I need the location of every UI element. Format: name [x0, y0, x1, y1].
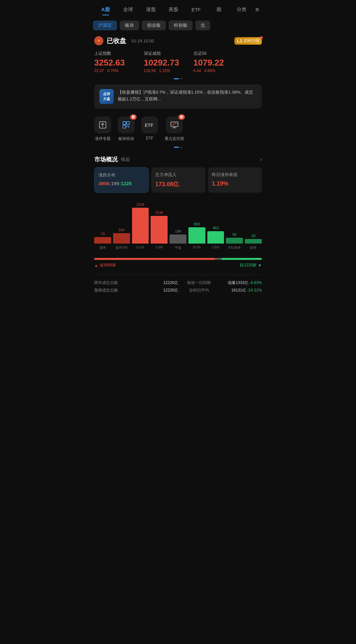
collapse-button[interactable]: 收起	[121, 157, 130, 162]
ratio-green: 1225	[121, 181, 131, 186]
index-name-shenzhen: 深证成指	[144, 51, 183, 56]
bar-chart: 74 244 2104 1534 199 693 453 50	[89, 198, 267, 255]
filter-tab-sci-tech[interactable]: 科创板	[169, 21, 193, 30]
ratio-flat: 199	[111, 181, 119, 186]
up-count-label: 涨3956家	[99, 262, 116, 268]
chart-bars: 74 244 2104 1534 199 693 453 50	[94, 198, 262, 244]
feature-row: 涨停专题 新 板块轮动 ETF ETF	[94, 116, 262, 142]
news-icon-top: 点评	[103, 92, 110, 97]
nav-item-category[interactable]: 分类	[230, 5, 253, 15]
progress-labels: ▲ 涨3956家 跌1225家 ▼	[94, 262, 262, 268]
feature-icon-zt	[94, 116, 111, 133]
feature-bk[interactable]: 新 板块轮动	[118, 116, 135, 142]
stat-value-predict: 12220亿	[136, 288, 178, 293]
bar-group-15: 453	[207, 226, 224, 244]
index-value-shanghai: 3252.63	[94, 58, 133, 68]
bar-zt5	[113, 233, 130, 244]
card-distribution[interactable]: 涨跌分布 3956:199:1225	[94, 167, 149, 193]
bar-label-val-15: 453	[213, 226, 218, 230]
section-header-market: 市场概况 收起 ›	[89, 150, 267, 167]
bar-label-val-zt: 74	[101, 232, 105, 236]
svg-rect-3	[123, 125, 126, 128]
bar-label-val-flat: 199	[175, 229, 181, 233]
index-change-bj50: 6.44 0.60%	[193, 68, 232, 73]
nav-item-us[interactable]: 美股	[162, 5, 185, 15]
index-change-shanghai: 22.47 0.70%	[94, 68, 133, 73]
progress-section: ▲ 涨3956家 跌1225家 ▼	[89, 255, 267, 272]
svg-rect-2	[126, 122, 129, 125]
nav-item-etf[interactable]: ETF	[185, 5, 207, 14]
feature-monitor[interactable]: 新 重点监控股	[165, 116, 184, 142]
index-card-bj50[interactable]: 北证50 1079.22 6.44 0.60%	[193, 51, 232, 73]
market-icon: 🔸	[94, 36, 103, 45]
axis-label-01: 0-1%	[188, 246, 205, 250]
card-title-mainflow: 主力净流入	[155, 172, 201, 178]
bar-flat	[170, 234, 186, 244]
filter-tab-north[interactable]: 北	[195, 21, 210, 30]
bar-01	[188, 227, 205, 244]
index-card-shanghai[interactable]: 上证指数 3252.63 22.47 0.70%	[94, 51, 133, 73]
stat-value-total: 12220亿	[136, 280, 178, 286]
bar-5dt	[226, 238, 243, 244]
bar-15	[207, 231, 224, 244]
news-text: 【收盘播报】沪指涨0.7%，深证成指涨1.15%，创业板指涨1.36%。成交额超…	[118, 89, 257, 103]
feature-zt[interactable]: 涨停专题	[94, 116, 111, 142]
progress-bar	[94, 258, 262, 260]
axis-label-51: 5-1%	[132, 246, 149, 250]
axis-label-10: 1-0%	[151, 246, 168, 250]
dot-1	[174, 78, 179, 79]
nav-item-a-shares[interactable]: A股	[94, 5, 117, 15]
bar-group-1-0: 1534	[151, 211, 168, 244]
realtime-badge[interactable]: L1 实时行情	[234, 37, 262, 45]
news-icon-box: 点评 大盘	[99, 89, 114, 104]
feature-label-monitor: 重点监控股	[165, 136, 184, 142]
nav-item-futures[interactable]: 期	[207, 5, 230, 15]
filter-tabs: 沪深京 板块 创业板 科创板 北	[89, 18, 267, 33]
svg-rect-1	[123, 122, 126, 125]
axis-label-5dt: 5%-跌停	[226, 246, 243, 250]
index-value-bj50: 1079.22	[193, 58, 232, 68]
card-title-distribution: 涨跌分布	[98, 172, 144, 178]
new-badge-bk: 新	[130, 114, 137, 120]
feature-scroll: 涨停专题 新 板块轮动 ETF ETF	[89, 111, 267, 145]
bar-group-01: 693	[188, 222, 205, 244]
market-datetime: 01-24 15:00	[131, 38, 154, 43]
axis-label-dt: 跌停	[245, 246, 262, 250]
news-banner[interactable]: 点评 大盘 【收盘播报】沪指涨0.7%，深证成指涨1.15%，创业板指涨1.36…	[94, 84, 262, 109]
menu-icon[interactable]: ≡	[253, 4, 262, 15]
index-value-shenzhen: 10292.73	[144, 58, 183, 68]
nav-item-hk[interactable]: 港股	[140, 5, 162, 15]
filter-tab-growth[interactable]: 创业板	[142, 21, 166, 30]
progress-label-up: ▲ 涨3956家	[94, 262, 116, 268]
stats-grid: 两市成交总额 12220亿 较前一日同期 缩量1333亿 -9.83% 预测成交…	[89, 277, 267, 296]
axis-label-flat: 平盘	[170, 246, 186, 250]
card-value-distribution: 3956:199:1225	[98, 181, 144, 186]
stat-label2-predict: 近60日平均	[178, 288, 220, 293]
bar-labels-row: 涨停 涨停-5% 5-1% 1-0% 平盘 0-1% 1-5% 5%-跌停 跌停	[94, 244, 262, 250]
axis-label-zt5: 涨停-5%	[113, 246, 130, 250]
index-change-shenzhen: 116.56 1.15%	[144, 68, 183, 73]
feature-label-zt: 涨停专题	[95, 136, 111, 142]
bar-group-zt5: 244	[113, 228, 130, 244]
card-mainflow[interactable]: 主力净流入 173.08亿	[151, 167, 205, 193]
feature-icon-bk: 新	[118, 116, 135, 133]
stat-label-total: 两市成交总额	[94, 280, 136, 286]
feature-etf[interactable]: ETF ETF	[141, 116, 158, 142]
bar-group-zt: 74	[94, 232, 111, 244]
realtime-text: 实时行情	[244, 38, 259, 44]
feature-icon-monitor: 新	[166, 116, 183, 133]
stat-value2-predict: 16131亿 -24.31%	[220, 288, 262, 293]
card-zt-performance[interactable]: 昨日涨停表现 1.19%	[208, 167, 262, 193]
bar-51	[132, 208, 149, 244]
nav-item-global[interactable]: 全球	[117, 5, 139, 15]
card-value-mainflow: 173.08亿	[155, 180, 201, 188]
card-value-zt: 1.19%	[212, 180, 258, 187]
index-row: 上证指数 3252.63 22.47 0.70% 深证成指 10292.73 1…	[94, 51, 262, 73]
bar-label-val-51: 2104	[136, 202, 144, 206]
index-card-shenzhen[interactable]: 深证成指 10292.73 116.56 1.15%	[144, 51, 183, 73]
filter-tab-sector[interactable]: 板块	[120, 21, 139, 30]
svg-text:ETF: ETF	[145, 123, 154, 128]
bar-dt	[245, 239, 262, 244]
filter-tab-shenzhen[interactable]: 沪深京	[93, 21, 117, 30]
bar-group-flat: 199	[170, 229, 186, 244]
